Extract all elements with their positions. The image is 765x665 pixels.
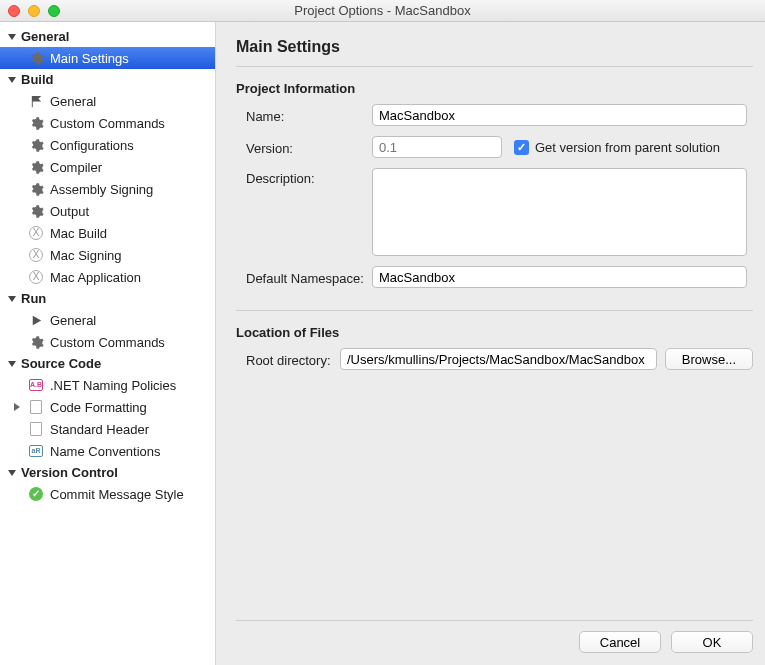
sidebar-item-mac-signing[interactable]: XMac Signing <box>0 244 215 266</box>
description-textarea[interactable] <box>372 168 747 256</box>
sidebar: GeneralMain SettingsBuildGeneralCustom C… <box>0 22 216 665</box>
sidebar-item-assembly-signing[interactable]: Assembly Signing <box>0 178 215 200</box>
x-icon: X <box>28 247 44 263</box>
sidebar-item-output[interactable]: Output <box>0 200 215 222</box>
cancel-button[interactable]: Cancel <box>579 631 661 653</box>
sidebar-item-label: Code Formatting <box>50 400 147 415</box>
project-info-heading: Project Information <box>236 81 753 96</box>
dialog-footer: Cancel OK <box>236 620 753 653</box>
flag-icon <box>28 93 44 109</box>
sidebar-item-general[interactable]: General <box>0 90 215 112</box>
sidebar-item--net-naming-policies[interactable]: A.B.NET Naming Policies <box>0 374 215 396</box>
sidebar-item-label: General <box>50 313 96 328</box>
gear-icon <box>28 137 44 153</box>
divider <box>236 66 753 67</box>
description-label: Description: <box>236 168 372 186</box>
sidebar-section-version-control[interactable]: Version Control <box>0 462 215 483</box>
sidebar-item-code-formatting[interactable]: Code Formatting <box>0 396 215 418</box>
sidebar-section-general[interactable]: General <box>0 26 215 47</box>
sidebar-item-mac-build[interactable]: XMac Build <box>0 222 215 244</box>
svg-marker-1 <box>32 315 40 324</box>
play-icon <box>28 312 44 328</box>
sidebar-item-mac-application[interactable]: XMac Application <box>0 266 215 288</box>
gear-icon <box>28 203 44 219</box>
doc-icon <box>28 399 44 415</box>
sidebar-item-label: Commit Message Style <box>50 487 184 502</box>
location-heading: Location of Files <box>236 325 753 340</box>
sidebar-item-label: Mac Signing <box>50 248 122 263</box>
sidebar-item-main-settings[interactable]: Main Settings <box>0 47 215 69</box>
ar-icon: aR <box>28 443 44 459</box>
gear-icon <box>28 181 44 197</box>
sidebar-item-label: Name Conventions <box>50 444 161 459</box>
sidebar-item-standard-header[interactable]: Standard Header <box>0 418 215 440</box>
chevron-down-icon <box>8 77 16 83</box>
root-label: Root directory: <box>236 350 340 368</box>
sidebar-section-label: Run <box>21 291 46 306</box>
sidebar-item-custom-commands[interactable]: Custom Commands <box>0 331 215 353</box>
sidebar-section-label: Version Control <box>21 465 118 480</box>
sidebar-item-label: .NET Naming Policies <box>50 378 176 393</box>
titlebar: Project Options - MacSandbox <box>0 0 765 22</box>
ab-icon: A.B <box>28 377 44 393</box>
sidebar-section-source-code[interactable]: Source Code <box>0 353 215 374</box>
sidebar-item-configurations[interactable]: Configurations <box>0 134 215 156</box>
sidebar-item-label: Custom Commands <box>50 116 165 131</box>
sidebar-section-run[interactable]: Run <box>0 288 215 309</box>
version-from-parent-checkbox[interactable]: ✓ <box>514 140 529 155</box>
version-label: Version: <box>236 138 372 156</box>
sidebar-item-label: Compiler <box>50 160 102 175</box>
ok-button[interactable]: OK <box>671 631 753 653</box>
sidebar-item-name-conventions[interactable]: aRName Conventions <box>0 440 215 462</box>
namespace-label: Default Namespace: <box>236 268 372 286</box>
x-icon: X <box>28 225 44 241</box>
sidebar-section-build[interactable]: Build <box>0 69 215 90</box>
sidebar-section-label: Build <box>21 72 54 87</box>
gear-icon <box>28 334 44 350</box>
page-title: Main Settings <box>236 38 753 56</box>
chevron-down-icon <box>8 470 16 476</box>
version-input <box>372 136 502 158</box>
chevron-down-icon <box>8 34 16 40</box>
sidebar-item-label: Output <box>50 204 89 219</box>
sidebar-item-custom-commands[interactable]: Custom Commands <box>0 112 215 134</box>
browse-button[interactable]: Browse... <box>665 348 753 370</box>
sidebar-item-label: Configurations <box>50 138 134 153</box>
sidebar-item-compiler[interactable]: Compiler <box>0 156 215 178</box>
root-directory-input[interactable] <box>340 348 657 370</box>
main-panel: Main Settings Project Information Name: … <box>216 22 765 665</box>
chevron-down-icon <box>8 361 16 367</box>
gear-icon <box>28 115 44 131</box>
namespace-input[interactable] <box>372 266 747 288</box>
chevron-down-icon <box>8 296 16 302</box>
name-label: Name: <box>236 106 372 124</box>
sidebar-item-general[interactable]: General <box>0 309 215 331</box>
gear-icon <box>28 159 44 175</box>
svg-marker-0 <box>31 95 40 106</box>
doc-icon <box>28 421 44 437</box>
sidebar-item-commit-message-style[interactable]: ✓Commit Message Style <box>0 483 215 505</box>
gear-icon <box>28 50 44 66</box>
sidebar-item-label: Standard Header <box>50 422 149 437</box>
name-input[interactable] <box>372 104 747 126</box>
sidebar-item-label: Main Settings <box>50 51 129 66</box>
sidebar-item-label: General <box>50 94 96 109</box>
sidebar-section-label: General <box>21 29 69 44</box>
sidebar-section-label: Source Code <box>21 356 101 371</box>
x-icon: X <box>28 269 44 285</box>
sidebar-item-label: Assembly Signing <box>50 182 153 197</box>
chevron-right-icon <box>14 403 20 411</box>
divider <box>236 310 753 311</box>
window-title: Project Options - MacSandbox <box>0 3 765 18</box>
sidebar-item-label: Mac Build <box>50 226 107 241</box>
sidebar-item-label: Custom Commands <box>50 335 165 350</box>
check-icon: ✓ <box>28 486 44 502</box>
version-from-parent-label: Get version from parent solution <box>535 140 720 155</box>
sidebar-item-label: Mac Application <box>50 270 141 285</box>
